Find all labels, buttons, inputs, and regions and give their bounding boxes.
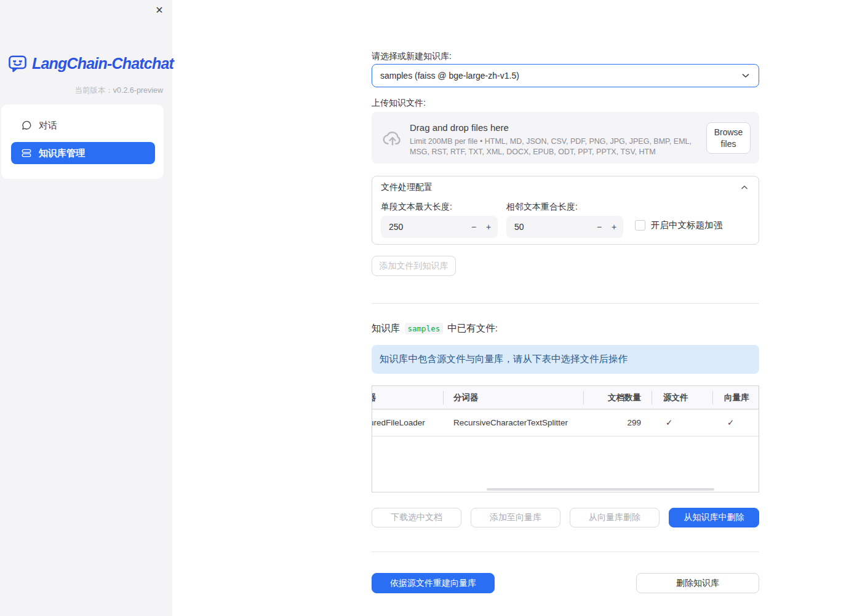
cell-loader-clipped: uredFileLoader (372, 409, 425, 436)
kb-heading-prefix: 知识库 (372, 322, 401, 335)
file-config-expander: 文件处理配置 单段文本最大长度: 250 − + 相邻文本重合长度: 50 − … (372, 176, 759, 245)
overlap-size-decrement-button[interactable]: − (591, 216, 607, 238)
cell-vector-store-check: ✓ (727, 409, 734, 436)
overlap-size-label: 相邻文本重合长度: (506, 202, 578, 213)
cell-splitter: RecursiveCharacterTextSplitter (453, 409, 568, 436)
zh-title-enhance-checkbox-row[interactable]: 开启中文标题加强 (635, 219, 722, 231)
chevron-down-icon (740, 70, 751, 81)
app-root: ✕ LangChain-Chatchat 当前版本：v0.2.6-preview… (0, 0, 849, 616)
add-to-vector-store-button[interactable]: 添加至向量库 (471, 508, 560, 527)
sidebar-close-icon[interactable]: ✕ (153, 4, 166, 17)
sidebar-item-label: 知识库管理 (39, 148, 85, 159)
cloud-upload-icon (381, 127, 404, 149)
sidebar-item-label: 对话 (39, 120, 57, 132)
overlap-size-increment-button[interactable]: + (606, 216, 622, 238)
cell-doc-count: 299 (627, 409, 641, 436)
logo: LangChain-Chatchat (7, 53, 173, 74)
overlap-size-value: 50 (514, 216, 524, 238)
version-info: 当前版本：v0.2.6-preview (74, 85, 163, 96)
add-files-to-kb-button[interactable]: 添加文件到知识库 (372, 256, 456, 276)
kb-files-heading: 知识库 samples 中已有文件: (372, 322, 498, 335)
table-header-loader-clipped: 器 (372, 386, 377, 409)
sidebar-menu: 对话 知识库管理 (1, 105, 164, 179)
divider (372, 551, 759, 552)
chunk-size-decrement-button[interactable]: − (466, 216, 482, 238)
chunk-size-input[interactable]: 250 − + (381, 216, 498, 238)
kb-select-label: 请选择或新建知识库: (372, 51, 452, 62)
logo-text: LangChain-Chatchat (32, 55, 173, 73)
delete-from-vector-store-button[interactable]: 从向量库删除 (570, 508, 660, 527)
kb-name-code: samples (405, 323, 444, 334)
checkbox-label: 开启中文标题加强 (651, 219, 722, 231)
rebuild-vector-store-button[interactable]: 依据源文件重建向量库 (372, 573, 495, 593)
column-separator (443, 391, 444, 405)
kb-select[interactable]: samples (faiss @ bge-large-zh-v1.5) (372, 64, 759, 87)
browse-files-button[interactable]: Browse files (706, 122, 751, 154)
delete-from-kb-button[interactable]: 从知识库中删除 (669, 508, 759, 527)
dropzone-title: Drag and drop files here (410, 122, 509, 133)
delete-kb-button[interactable]: 删除知识库 (636, 573, 759, 593)
info-banner: 知识库中包含源文件与向量库，请从下表中选择文件后操作 (372, 345, 759, 374)
sidebar-item-kb-management[interactable]: 知识库管理 (11, 142, 155, 164)
table-header-row: 器 分词器 文档数量 源文件 向量库 (372, 386, 759, 409)
dropzone-limit-text: Limit 200MB per file • HTML, MD, JSON, C… (410, 136, 704, 157)
chunk-size-value: 250 (389, 216, 403, 238)
divider (372, 303, 759, 304)
download-selected-docs-button[interactable]: 下载选中文档 (372, 508, 461, 527)
version-value: v0.2.6-preview (113, 86, 163, 95)
chatchat-logo-icon (7, 53, 28, 74)
cell-source-file-check: ✓ (666, 409, 672, 436)
chat-bubble-icon (21, 120, 32, 131)
sidebar: ✕ LangChain-Chatchat 当前版本：v0.2.6-preview… (0, 0, 172, 616)
overlap-size-input[interactable]: 50 − + (506, 216, 623, 238)
upload-label: 上传知识文件: (372, 98, 426, 109)
column-separator (712, 391, 713, 405)
column-separator (583, 391, 584, 405)
table-header-doc-count: 文档数量 (608, 386, 641, 409)
table-horizontal-scrollbar[interactable] (487, 488, 714, 491)
file-dropzone[interactable]: Drag and drop files here Limit 200MB per… (372, 112, 759, 164)
expander-title[interactable]: 文件处理配置 (381, 182, 432, 193)
kb-select-value: samples (faiss @ bge-large-zh-v1.5) (380, 71, 740, 81)
knowledge-base-icon (21, 148, 32, 159)
chunk-size-increment-button[interactable]: + (480, 216, 496, 238)
column-separator (652, 391, 652, 405)
sidebar-item-dialogue[interactable]: 对话 (11, 114, 155, 136)
table-row[interactable]: uredFileLoader RecursiveCharacterTextSpl… (372, 409, 759, 436)
checkbox-unchecked[interactable] (635, 220, 645, 231)
table-header-source-file: 源文件 (663, 386, 688, 409)
version-label: 当前版本： (74, 86, 113, 95)
chunk-size-label: 单段文本最大长度: (381, 202, 452, 213)
kb-heading-suffix: 中已有文件: (447, 322, 498, 335)
chevron-up-icon[interactable] (740, 183, 749, 192)
table-header-vector-store: 向量库 (724, 386, 749, 409)
table-header-splitter: 分词器 (453, 386, 479, 409)
kb-files-table: 器 分词器 文档数量 源文件 向量库 uredFileLoader Recurs… (372, 385, 759, 492)
